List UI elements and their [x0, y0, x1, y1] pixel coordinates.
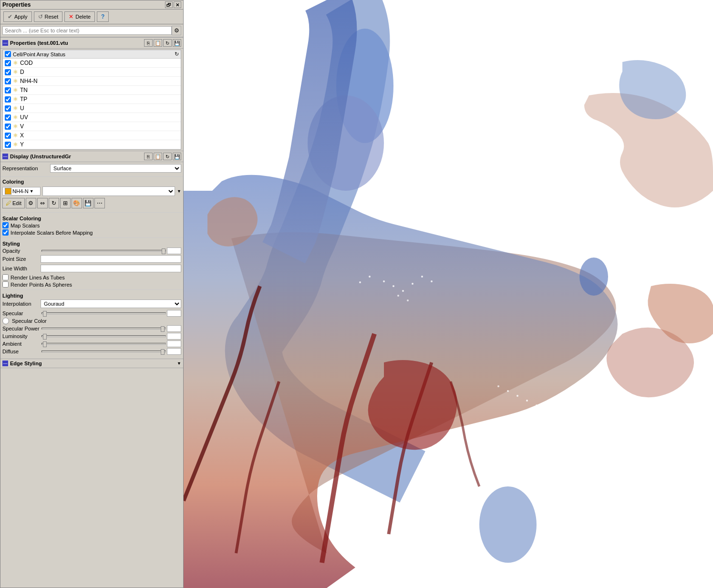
properties-section-icons: ⎘ 📋 ↻ 💾 [144, 39, 181, 47]
svg-point-16 [517, 395, 518, 397]
array-item-checkbox[interactable] [5, 78, 11, 84]
search-gear-button[interactable]: ⚙ [172, 26, 181, 35]
line-width-input[interactable]: 1 [41, 265, 181, 272]
opacity-row: Opacity 1 [2, 248, 181, 254]
array-item-checkbox[interactable] [5, 60, 11, 66]
array-item-checkbox[interactable] [5, 133, 11, 139]
display-section-header: — Display (UnstructuredGr ⎘ 📋 ↻ 💾 [0, 151, 183, 162]
collapse-edge-button[interactable]: — [2, 361, 8, 366]
help-icon: ? [101, 13, 104, 20]
interpolate-scalars-checkbox[interactable] [2, 229, 9, 236]
luminosity-slider[interactable] [41, 335, 166, 337]
save-display-button[interactable]: 💾 [173, 153, 181, 160]
svg-point-9 [369, 276, 371, 278]
specular-power-slider[interactable] [41, 328, 166, 330]
luminosity-value[interactable]: 0 [167, 333, 181, 340]
coloring-title: Coloring [2, 179, 181, 185]
colormap-btn-4[interactable]: ⊞ [60, 198, 71, 208]
specular-power-row: Specular Power 100 [2, 325, 181, 332]
colormap-btn-3[interactable]: ↻ [49, 198, 59, 208]
svg-point-12 [431, 280, 433, 282]
specular-row: Specular 0 [2, 310, 181, 317]
copy-properties-button[interactable]: ⎘ [144, 39, 153, 47]
panel-scroll-area[interactable]: — Properties (test.001.vtu ⎘ 📋 ↻ 💾 Cell/… [0, 37, 183, 588]
reset-button[interactable]: ↺ Reset [34, 11, 63, 22]
ambient-slider[interactable] [41, 343, 166, 345]
paste-display-button[interactable]: 📋 [154, 153, 162, 160]
render-lines-checkbox[interactable] [2, 274, 9, 280]
array-item: ⚛ U [3, 104, 181, 113]
specular-label: Specular [2, 310, 41, 316]
luminosity-row: Luminosity 0 [2, 333, 181, 340]
colormap-btn-2[interactable]: ⇔ [37, 198, 48, 208]
ambient-value[interactable]: 0 [167, 340, 181, 347]
map-scalars-checkbox[interactable] [2, 222, 9, 228]
opacity-value[interactable]: 1 [167, 248, 181, 254]
array-item-checkbox[interactable] [5, 87, 11, 93]
delete-button[interactable]: ✕ Delete [64, 11, 95, 22]
coloring-field-value: NH4-N [12, 188, 29, 194]
point-size-input[interactable]: 2 [41, 255, 181, 263]
copy-display-button[interactable]: ⎘ [144, 153, 153, 160]
refresh-properties-button[interactable]: ↻ [163, 39, 172, 47]
array-item-checkbox[interactable] [5, 124, 11, 130]
diffuse-slider[interactable] [41, 351, 166, 352]
array-list-header-checkbox[interactable] [5, 51, 11, 57]
help-button[interactable]: ? [97, 11, 109, 22]
apply-button[interactable]: ✔ Apply [3, 11, 32, 22]
specular-power-value[interactable]: 100 [167, 325, 181, 332]
interpolation-select[interactable]: Gouraud [41, 299, 181, 308]
panel-title: Properties [2, 1, 31, 8]
diffuse-value[interactable]: 1 [167, 348, 181, 355]
render-points-row: Render Points As Spheres [2, 281, 181, 288]
array-item-checkbox[interactable] [5, 69, 11, 75]
svg-point-7 [402, 290, 404, 292]
interpolate-scalars-row: Interpolate Scalars Before Mapping [2, 229, 181, 236]
representation-select[interactable]: Surface [50, 164, 181, 173]
array-item-checkbox[interactable] [5, 142, 11, 148]
search-input[interactable] [2, 26, 172, 35]
coloring-section: Coloring NH4-N ▼ ▼ 🖊 Edit ⚙ ⇔ [0, 176, 183, 212]
array-item: ⚛ TN [3, 86, 181, 95]
colormap-btn-5[interactable]: 🎨 [72, 198, 82, 208]
array-item-icon: ⚛ [13, 132, 18, 139]
colormap-select[interactable] [42, 186, 175, 196]
colormap-btn-1[interactable]: ⚙ [26, 198, 36, 208]
interpolate-scalars-label: Interpolate Scalars Before Mapping [10, 230, 93, 236]
edit-button[interactable]: 🖊 Edit [2, 198, 25, 208]
collapse-display-button[interactable]: — [2, 154, 8, 159]
close-button[interactable]: ✕ [174, 1, 181, 8]
display-section-content: Representation Surface [0, 162, 183, 176]
array-item-checkbox[interactable] [5, 114, 11, 121]
restore-button[interactable]: 🗗 [165, 1, 173, 8]
array-item-icon: ⚛ [13, 69, 18, 75]
collapse-properties-button[interactable]: — [2, 40, 8, 46]
viz-container [184, 0, 713, 588]
properties-panel: Properties 🗗 ✕ ✔ Apply ↺ Reset ✕ Delete … [0, 0, 184, 588]
specular-slider-track[interactable] [41, 312, 166, 314]
array-list-header-label: Cell/Point Array Status [13, 52, 175, 57]
colormap-btn-7[interactable]: ⋯ [94, 198, 105, 208]
array-item-icon: ⚛ [13, 60, 18, 66]
array-item-checkbox[interactable] [5, 105, 11, 112]
array-item: ⚛ D [3, 68, 181, 77]
array-item-label: COD [20, 60, 33, 66]
paste-properties-button[interactable]: 📋 [154, 39, 162, 47]
colormap-btn-6[interactable]: 💾 [83, 198, 93, 208]
coloring-field-select[interactable]: NH4-N ▼ [2, 187, 41, 196]
array-item-checkbox[interactable] [5, 96, 11, 103]
specular-value[interactable]: 0 [167, 310, 181, 317]
refresh-display-button[interactable]: ↻ [163, 153, 172, 160]
svg-point-11 [421, 276, 423, 278]
save-properties-button[interactable]: 💾 [173, 39, 181, 47]
specular-color-circle[interactable] [2, 318, 9, 324]
specular-color-row: Specular Color [2, 318, 181, 324]
array-list-refresh-icon: ↻ [175, 51, 179, 57]
array-item: ⚛ V [3, 122, 181, 131]
specular-power-label: Specular Power [2, 326, 41, 331]
array-item-icon: ⚛ [13, 141, 18, 148]
svg-point-3 [579, 258, 608, 296]
svg-point-19 [536, 404, 537, 406]
render-points-checkbox[interactable] [2, 281, 9, 288]
opacity-slider-track[interactable] [41, 250, 166, 252]
